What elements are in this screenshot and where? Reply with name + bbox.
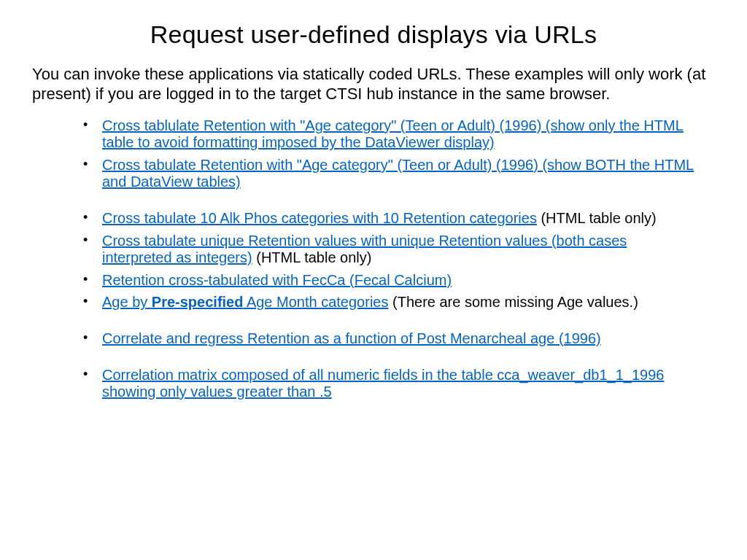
link-retention-fecca[interactable]: Retention cross-tabulated with FecCa (Fe… xyxy=(102,272,452,288)
list-item: Correlation matrix composed of all numer… xyxy=(80,367,700,401)
intro-paragraph: You can invoke these applications via st… xyxy=(32,65,715,104)
list-item: Cross tabulate unique Retention values w… xyxy=(80,233,700,267)
link-correlate-regress[interactable]: Correlate and regress Retention as a fun… xyxy=(102,330,601,346)
bullet-list: Cross tablulate Retention with "Age cate… xyxy=(80,117,700,401)
list-item: Cross tabulate Retention with "Age categ… xyxy=(80,157,700,191)
list-item: Cross tabulate 10 Alk Phos categories wi… xyxy=(80,210,700,228)
link-crosstab-alkphos-retention[interactable]: Cross tabulate 10 Alk Phos categories wi… xyxy=(102,210,537,226)
link-crosstab-age-both[interactable]: Cross tabulate Retention with "Age categ… xyxy=(102,157,694,190)
slide: Request user-defined displays via URLs Y… xyxy=(0,20,747,560)
item-suffix: (HTML table only) xyxy=(252,249,372,265)
link-part-bold: Pre-specified xyxy=(152,294,244,310)
link-part: Age by xyxy=(102,294,152,310)
list-item: Age by Pre-specified Age Month categorie… xyxy=(80,294,700,311)
list-item: Retention cross-tabulated with FecCa (Fe… xyxy=(80,272,700,289)
link-correlation-matrix[interactable]: Correlation matrix composed of all numer… xyxy=(102,367,664,400)
link-crosstab-age-html-only[interactable]: Cross tablulate Retention with "Age cate… xyxy=(102,117,684,151)
list-item: Correlate and regress Retention as a fun… xyxy=(80,330,700,348)
item-suffix: (HTML table only) xyxy=(537,210,657,226)
slide-title: Request user-defined displays via URLs xyxy=(0,20,747,49)
item-suffix: (There are some missing Age values.) xyxy=(388,294,638,310)
list-item: Cross tablulate Retention with "Age cate… xyxy=(80,117,700,152)
link-age-by-month[interactable]: Age by Pre-specified Age Month categorie… xyxy=(102,294,388,310)
link-part: Age Month categories xyxy=(243,294,388,310)
